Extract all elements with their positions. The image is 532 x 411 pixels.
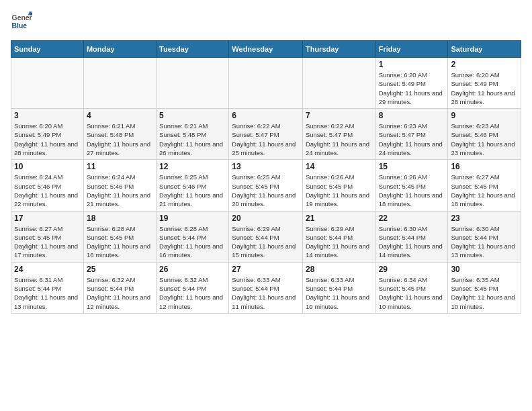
calendar-week-1: 1Sunrise: 6:20 AM Sunset: 5:49 PM Daylig… bbox=[11, 58, 521, 109]
day-header-wednesday: Wednesday bbox=[229, 41, 303, 58]
day-info: Sunrise: 6:29 AM Sunset: 5:44 PM Dayligh… bbox=[306, 224, 373, 260]
day-info: Sunrise: 6:33 AM Sunset: 5:44 PM Dayligh… bbox=[232, 275, 300, 311]
day-number: 27 bbox=[232, 265, 300, 274]
day-header-sunday: Sunday bbox=[11, 41, 84, 58]
page-header: General Blue bbox=[11, 11, 521, 32]
calendar-cell: 15Sunrise: 6:26 AM Sunset: 5:45 PM Dayli… bbox=[375, 160, 448, 211]
calendar-cell: 10Sunrise: 6:24 AM Sunset: 5:46 PM Dayli… bbox=[11, 160, 84, 211]
logo-icon: General Blue bbox=[11, 11, 32, 32]
day-info: Sunrise: 6:29 AM Sunset: 5:44 PM Dayligh… bbox=[232, 224, 300, 260]
calendar-cell: 27Sunrise: 6:33 AM Sunset: 5:44 PM Dayli… bbox=[229, 262, 303, 313]
day-header-tuesday: Tuesday bbox=[157, 41, 229, 58]
day-info: Sunrise: 6:33 AM Sunset: 5:44 PM Dayligh… bbox=[306, 275, 373, 311]
day-info: Sunrise: 6:23 AM Sunset: 5:47 PM Dayligh… bbox=[379, 122, 445, 157]
calendar-body: 1Sunrise: 6:20 AM Sunset: 5:49 PM Daylig… bbox=[11, 58, 521, 314]
calendar-cell: 30Sunrise: 6:35 AM Sunset: 5:45 PM Dayli… bbox=[448, 262, 521, 313]
calendar-cell: 13Sunrise: 6:25 AM Sunset: 5:45 PM Dayli… bbox=[229, 160, 303, 211]
day-info: Sunrise: 6:31 AM Sunset: 5:44 PM Dayligh… bbox=[14, 275, 81, 311]
calendar-cell: 25Sunrise: 6:32 AM Sunset: 5:44 PM Dayli… bbox=[83, 262, 156, 313]
day-number: 1 bbox=[379, 60, 445, 69]
day-number: 12 bbox=[159, 162, 226, 171]
day-info: Sunrise: 6:32 AM Sunset: 5:44 PM Dayligh… bbox=[87, 275, 153, 311]
calendar-cell bbox=[157, 58, 229, 109]
day-info: Sunrise: 6:35 AM Sunset: 5:45 PM Dayligh… bbox=[451, 275, 518, 311]
day-info: Sunrise: 6:20 AM Sunset: 5:49 PM Dayligh… bbox=[379, 71, 445, 106]
day-info: Sunrise: 6:25 AM Sunset: 5:45 PM Dayligh… bbox=[232, 173, 300, 208]
calendar-cell: 6Sunrise: 6:22 AM Sunset: 5:47 PM Daylig… bbox=[229, 109, 303, 160]
calendar-cell bbox=[11, 58, 84, 109]
day-number: 6 bbox=[232, 111, 300, 120]
calendar-cell: 28Sunrise: 6:33 AM Sunset: 5:44 PM Dayli… bbox=[302, 262, 375, 313]
day-number: 19 bbox=[159, 214, 226, 223]
day-info: Sunrise: 6:26 AM Sunset: 5:45 PM Dayligh… bbox=[306, 173, 373, 208]
calendar-cell: 26Sunrise: 6:32 AM Sunset: 5:44 PM Dayli… bbox=[157, 262, 229, 313]
svg-text:Blue: Blue bbox=[12, 22, 28, 30]
day-info: Sunrise: 6:27 AM Sunset: 5:45 PM Dayligh… bbox=[14, 224, 81, 260]
day-number: 4 bbox=[87, 111, 153, 120]
calendar-cell: 22Sunrise: 6:30 AM Sunset: 5:44 PM Dayli… bbox=[375, 211, 448, 262]
day-number: 5 bbox=[159, 111, 226, 120]
calendar-week-5: 24Sunrise: 6:31 AM Sunset: 5:44 PM Dayli… bbox=[11, 262, 521, 313]
calendar-cell: 1Sunrise: 6:20 AM Sunset: 5:49 PM Daylig… bbox=[375, 58, 448, 109]
day-number: 16 bbox=[451, 162, 518, 171]
calendar-week-3: 10Sunrise: 6:24 AM Sunset: 5:46 PM Dayli… bbox=[11, 160, 521, 211]
day-number: 29 bbox=[379, 265, 445, 274]
day-number: 15 bbox=[379, 162, 445, 171]
day-header-thursday: Thursday bbox=[302, 41, 375, 58]
day-info: Sunrise: 6:34 AM Sunset: 5:45 PM Dayligh… bbox=[379, 275, 445, 311]
day-header-friday: Friday bbox=[375, 41, 448, 58]
calendar-table: SundayMondayTuesdayWednesdayThursdayFrid… bbox=[11, 40, 521, 314]
day-number: 18 bbox=[87, 214, 153, 223]
day-info: Sunrise: 6:32 AM Sunset: 5:44 PM Dayligh… bbox=[159, 275, 226, 311]
day-number: 9 bbox=[451, 111, 518, 120]
calendar-cell: 20Sunrise: 6:29 AM Sunset: 5:44 PM Dayli… bbox=[229, 211, 303, 262]
day-info: Sunrise: 6:28 AM Sunset: 5:44 PM Dayligh… bbox=[159, 224, 226, 260]
svg-text:General: General bbox=[12, 14, 32, 21]
day-info: Sunrise: 6:23 AM Sunset: 5:46 PM Dayligh… bbox=[451, 122, 518, 157]
day-info: Sunrise: 6:28 AM Sunset: 5:45 PM Dayligh… bbox=[87, 224, 153, 260]
calendar-week-4: 17Sunrise: 6:27 AM Sunset: 5:45 PM Dayli… bbox=[11, 211, 521, 262]
days-header-row: SundayMondayTuesdayWednesdayThursdayFrid… bbox=[11, 41, 521, 58]
day-number: 30 bbox=[451, 265, 518, 274]
calendar-cell: 17Sunrise: 6:27 AM Sunset: 5:45 PM Dayli… bbox=[11, 211, 84, 262]
calendar-week-2: 3Sunrise: 6:20 AM Sunset: 5:49 PM Daylig… bbox=[11, 109, 521, 160]
day-info: Sunrise: 6:20 AM Sunset: 5:49 PM Dayligh… bbox=[451, 71, 518, 106]
calendar-cell: 14Sunrise: 6:26 AM Sunset: 5:45 PM Dayli… bbox=[302, 160, 375, 211]
day-number: 20 bbox=[232, 214, 300, 223]
logo: General Blue bbox=[11, 11, 32, 32]
calendar-cell: 19Sunrise: 6:28 AM Sunset: 5:44 PM Dayli… bbox=[157, 211, 229, 262]
calendar-cell bbox=[83, 58, 156, 109]
calendar-cell: 8Sunrise: 6:23 AM Sunset: 5:47 PM Daylig… bbox=[375, 109, 448, 160]
calendar-cell bbox=[302, 58, 375, 109]
calendar-cell: 18Sunrise: 6:28 AM Sunset: 5:45 PM Dayli… bbox=[83, 211, 156, 262]
day-number: 17 bbox=[14, 214, 81, 223]
calendar-cell: 29Sunrise: 6:34 AM Sunset: 5:45 PM Dayli… bbox=[375, 262, 448, 313]
day-number: 13 bbox=[232, 162, 300, 171]
calendar-cell: 23Sunrise: 6:30 AM Sunset: 5:44 PM Dayli… bbox=[448, 211, 521, 262]
day-header-saturday: Saturday bbox=[448, 41, 521, 58]
day-info: Sunrise: 6:30 AM Sunset: 5:44 PM Dayligh… bbox=[451, 224, 518, 260]
day-info: Sunrise: 6:22 AM Sunset: 5:47 PM Dayligh… bbox=[306, 122, 373, 157]
day-info: Sunrise: 6:21 AM Sunset: 5:48 PM Dayligh… bbox=[87, 122, 153, 157]
day-header-monday: Monday bbox=[83, 41, 156, 58]
day-number: 23 bbox=[451, 214, 518, 223]
day-number: 14 bbox=[306, 162, 373, 171]
day-info: Sunrise: 6:24 AM Sunset: 5:46 PM Dayligh… bbox=[14, 173, 81, 208]
day-number: 7 bbox=[306, 111, 373, 120]
day-number: 28 bbox=[306, 265, 373, 274]
calendar-cell: 5Sunrise: 6:21 AM Sunset: 5:48 PM Daylig… bbox=[157, 109, 229, 160]
calendar-cell bbox=[229, 58, 303, 109]
calendar-cell: 3Sunrise: 6:20 AM Sunset: 5:49 PM Daylig… bbox=[11, 109, 84, 160]
calendar-cell: 2Sunrise: 6:20 AM Sunset: 5:49 PM Daylig… bbox=[448, 58, 521, 109]
calendar-cell: 24Sunrise: 6:31 AM Sunset: 5:44 PM Dayli… bbox=[11, 262, 84, 313]
day-number: 2 bbox=[451, 60, 518, 69]
day-info: Sunrise: 6:24 AM Sunset: 5:46 PM Dayligh… bbox=[87, 173, 153, 208]
day-info: Sunrise: 6:27 AM Sunset: 5:45 PM Dayligh… bbox=[451, 173, 518, 208]
calendar-cell: 21Sunrise: 6:29 AM Sunset: 5:44 PM Dayli… bbox=[302, 211, 375, 262]
calendar-cell: 11Sunrise: 6:24 AM Sunset: 5:46 PM Dayli… bbox=[83, 160, 156, 211]
calendar-cell: 16Sunrise: 6:27 AM Sunset: 5:45 PM Dayli… bbox=[448, 160, 521, 211]
day-info: Sunrise: 6:30 AM Sunset: 5:44 PM Dayligh… bbox=[379, 224, 445, 260]
calendar-cell: 7Sunrise: 6:22 AM Sunset: 5:47 PM Daylig… bbox=[302, 109, 375, 160]
day-number: 24 bbox=[14, 265, 81, 274]
calendar-cell: 9Sunrise: 6:23 AM Sunset: 5:46 PM Daylig… bbox=[448, 109, 521, 160]
